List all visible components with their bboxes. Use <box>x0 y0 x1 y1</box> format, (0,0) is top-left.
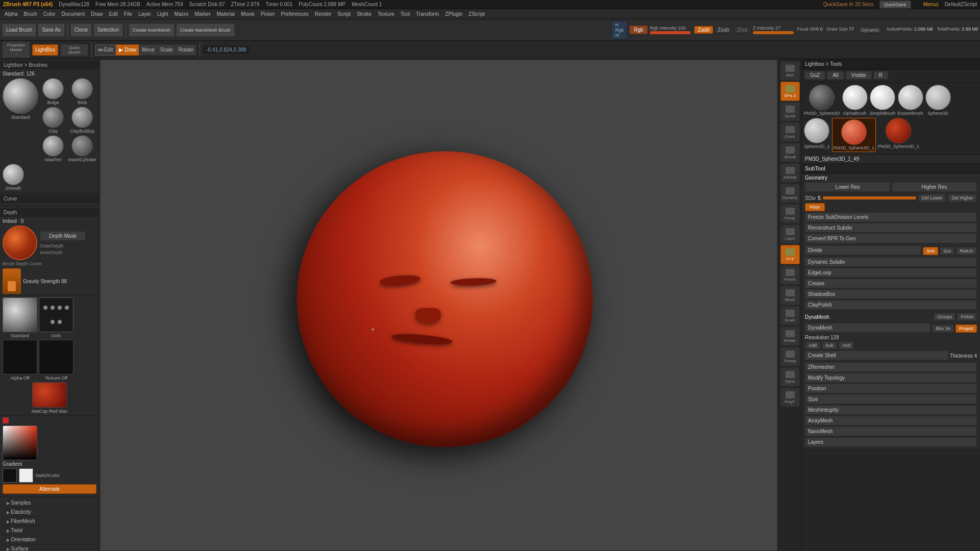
menu-document[interactable]: Document <box>59 11 88 17</box>
z-intensity-bar[interactable] <box>753 31 794 34</box>
draw-button[interactable]: ▶ Draw <box>116 44 139 56</box>
create-nanomesh-brush-button[interactable]: Create NanoMesh Brush <box>176 23 235 37</box>
retuv-button[interactable]: RetUV <box>956 247 977 255</box>
rgb-intensity-bar[interactable] <box>650 31 691 34</box>
clay-polish-button[interactable]: ClayPolish <box>805 300 977 310</box>
foreground-color[interactable] <box>3 468 17 483</box>
groups-button[interactable]: Groups <box>934 313 956 321</box>
persp-button[interactable]: Persp <box>780 204 800 223</box>
menu-preferences[interactable]: Preferences <box>279 11 311 17</box>
depth-mask-button[interactable]: Depth Mask <box>40 231 86 241</box>
st-simplebrush[interactable]: SimpleBrush <box>870 85 896 116</box>
surface-item[interactable]: Surface <box>3 544 96 551</box>
move-button[interactable]: Move <box>139 44 157 56</box>
r-button[interactable]: R <box>873 71 888 80</box>
hrgb-m-btn[interactable]: HRgbM <box>611 21 627 39</box>
matcap-item[interactable]: MatCap Red Wax <box>3 382 96 414</box>
geometry-header[interactable]: Geometry <box>805 175 977 181</box>
all-button[interactable]: All <box>827 71 844 80</box>
dots-alpha[interactable]: Dots <box>39 297 74 338</box>
add-button[interactable]: Add <box>805 341 820 349</box>
elasticity-item[interactable]: Elasticity <box>3 508 96 517</box>
transp-button[interactable]: Transp <box>780 347 800 366</box>
modify-topology-button[interactable]: Modify Topology <box>805 373 977 383</box>
del-lower-button[interactable]: Del Lower <box>918 194 946 202</box>
lower-res-button[interactable]: Lower Res <box>805 182 890 192</box>
color-picker[interactable] <box>3 425 37 460</box>
depth-circle[interactable] <box>3 226 37 260</box>
menu-zplugin[interactable]: ZPlugin <box>443 11 465 17</box>
projection-master-button[interactable]: Projection Master ↓ <box>2 41 30 58</box>
xyz-button[interactable]: XYZ <box>780 245 800 264</box>
rotate-button[interactable]: Rotate <box>176 44 197 56</box>
menu-material[interactable]: Material <box>214 11 238 17</box>
st-pm3d-sphere3d-1-49[interactable]: PM3D_Sphere3D_1 <box>878 118 919 152</box>
active-color-swatch[interactable] <box>3 417 9 423</box>
dyna-button[interactable]: Dyna <box>780 367 800 387</box>
menu-draw[interactable]: Draw <box>88 11 105 17</box>
create-shell-button[interactable]: Create Shell <box>805 350 948 360</box>
edge-loop-button[interactable]: EdgeLoop <box>805 268 977 278</box>
alpha-off-item[interactable]: Alpha Off <box>3 340 37 381</box>
menu-file[interactable]: File <box>121 11 135 17</box>
quicksave-button[interactable]: QuickSave <box>879 1 911 9</box>
menu-alpha[interactable]: Alpha <box>2 11 20 17</box>
and-button[interactable]: And <box>839 341 854 349</box>
size-button[interactable]: Size <box>805 394 977 404</box>
menu-stroke[interactable]: Stroke <box>354 11 374 17</box>
quick-sketch-button[interactable]: Quick Sketch <box>60 44 88 56</box>
lightbox-button[interactable]: LightBox <box>32 44 58 56</box>
fibermesh-item[interactable]: FiberMesh <box>3 517 96 526</box>
floor-button[interactable]: Floor <box>805 203 825 211</box>
spix3-button[interactable]: SPix 3 <box>780 82 800 101</box>
dynamic-button[interactable]: Dynamic <box>858 27 882 34</box>
layers-button[interactable]: Layers <box>805 437 977 447</box>
menu-zscript[interactable]: ZScript <box>466 11 487 17</box>
claybuildup-brush[interactable]: ClayBuildup <box>68 107 96 134</box>
divide-button[interactable]: Divide <box>805 245 921 255</box>
standard-brush-large[interactable]: Standard <box>3 78 38 120</box>
move-icon-button[interactable]: Move <box>780 286 800 305</box>
menu-edit[interactable]: Edit <box>107 11 120 17</box>
standard-alpha[interactable]: Standard <box>3 297 37 338</box>
actual-button[interactable]: Actual <box>780 143 800 162</box>
subtool-section-header[interactable]: SubTool <box>802 164 980 173</box>
polish-button[interactable]: Polish <box>957 313 977 321</box>
scale-button[interactable]: Scale <box>157 44 176 56</box>
scale-icon-button[interactable]: Scale <box>780 306 800 325</box>
st-sphere3d-1[interactable]: Sphere3D_1 <box>804 118 830 152</box>
menu-tool[interactable]: Tool <box>398 11 412 17</box>
aahalf-button[interactable]: AAHalf <box>780 163 800 183</box>
st-pm3d-sphero3d[interactable]: PM3D_Sphere3D <box>804 85 840 116</box>
edit-button[interactable]: ✏ Edit <box>95 44 116 56</box>
smooth-brush[interactable]: Smooth <box>3 164 24 191</box>
save-as-button[interactable]: Save As <box>38 23 65 37</box>
frame-button[interactable]: Frame <box>780 265 800 285</box>
polyf-button[interactable]: PolyF <box>780 388 800 407</box>
clone-button[interactable]: Clone <box>70 23 92 37</box>
alternate-button[interactable]: Alternate <box>3 484 96 494</box>
create-insert-mesh-button[interactable]: Create InsertMesh <box>129 23 175 37</box>
load-brush-button[interactable]: Load Brush <box>2 23 36 37</box>
crease-button[interactable]: Crease <box>805 279 977 288</box>
insertcylinder-brush[interactable]: InsertCylinder <box>68 135 96 162</box>
zremesher-button[interactable]: ZRemesher <box>805 362 977 372</box>
menu-movie[interactable]: Movie <box>238 11 257 17</box>
default-zscript[interactable]: DefaultZScript <box>945 2 977 7</box>
visible-button[interactable]: Visible <box>846 71 872 80</box>
background-color[interactable] <box>19 468 33 483</box>
dynamesh2-button[interactable]: DynaMesh <box>805 323 930 333</box>
orientation-item[interactable]: Orientation <box>3 535 96 544</box>
dynamic-subdiv-button[interactable]: Dynamic Subdiv <box>805 257 977 267</box>
zoom-button[interactable]: Zoom <box>780 122 800 142</box>
canvas-area[interactable]: + <box>100 59 778 551</box>
goz-button[interactable]: GoZ <box>804 71 825 80</box>
clay-brush[interactable]: Clay <box>40 107 66 134</box>
zsub-button[interactable]: Zsub <box>714 26 732 34</box>
menu-marker[interactable]: Marker <box>192 11 213 17</box>
menu-script[interactable]: Script <box>335 11 353 17</box>
project-button[interactable]: Project <box>955 324 977 333</box>
twist-item[interactable]: Twist <box>3 526 96 535</box>
st-eraserbrush[interactable]: EraserBrush <box>898 85 923 116</box>
menu-macro[interactable]: Macro <box>172 11 191 17</box>
